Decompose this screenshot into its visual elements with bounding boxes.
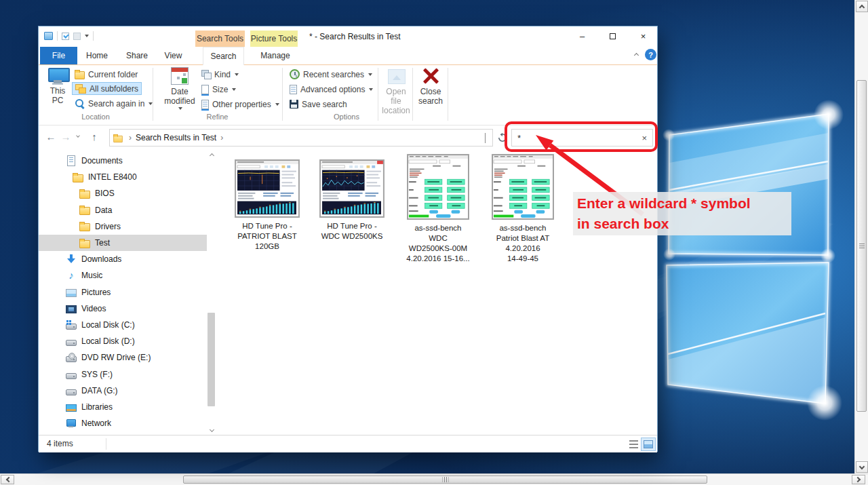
- sidebar-item-data-g[interactable]: DATA (G:): [39, 383, 207, 399]
- sidebar-item-videos[interactable]: Videos: [39, 300, 207, 317]
- scroll-right-button[interactable]: [852, 475, 865, 484]
- details-view-button[interactable]: [626, 438, 641, 451]
- sidebar-item-bios[interactable]: BIOS: [39, 185, 207, 201]
- folder-icon: [75, 71, 85, 79]
- sidebar-item-downloads[interactable]: Downloads: [39, 251, 207, 267]
- tab-share[interactable]: Share: [123, 47, 151, 64]
- network-icon: [66, 418, 77, 429]
- open-file-location-button[interactable]: Open file location: [380, 67, 412, 115]
- desktop: Search Tools Picture Tools * - Search Re…: [0, 0, 868, 485]
- tab-label: Home: [86, 51, 108, 60]
- scroll-down-button[interactable]: [207, 425, 216, 435]
- divider: [412, 68, 413, 121]
- sidebar-item-dvd-drive-e[interactable]: DVD RW Drive (E:): [39, 349, 207, 366]
- viewer-vertical-scrollbar[interactable]: [854, 0, 868, 473]
- sidebar-item-drivers[interactable]: Drivers: [39, 218, 207, 235]
- vertical-scroll-thumb[interactable]: [856, 80, 867, 412]
- new-folder-icon[interactable]: [73, 33, 81, 40]
- help-button[interactable]: ?: [645, 49, 656, 60]
- horizontal-scroll-thumb[interactable]: [183, 476, 707, 484]
- scroll-left-button[interactable]: [1, 475, 14, 484]
- scroll-up-button[interactable]: [207, 150, 216, 159]
- advanced-options-button[interactable]: Advanced options: [287, 83, 376, 96]
- explorer-window-icon: [44, 32, 53, 40]
- tab-manage[interactable]: Manage: [253, 47, 298, 64]
- file-item[interactable]: HD Tune Pro - WDC WD2500KS: [312, 154, 392, 241]
- breadcrumb-path[interactable]: Search Results in Test: [136, 133, 216, 142]
- tab-file[interactable]: File: [40, 47, 77, 64]
- dropdown-arrow-icon: [178, 107, 182, 110]
- size-label: Size: [212, 85, 228, 94]
- breadcrumb[interactable]: › Search Results in Test ›: [109, 129, 493, 147]
- open-file-location-icon: [386, 67, 406, 85]
- group-label-refine: Refine: [153, 113, 282, 123]
- close-search-button[interactable]: Close search: [415, 67, 446, 106]
- file-thumbnail: [492, 154, 554, 220]
- close-icon: ×: [641, 31, 646, 41]
- file-item[interactable]: HD Tune Pro - PATRIOT BLAST 120GB: [227, 154, 307, 252]
- current-folder-button[interactable]: Current folder: [72, 68, 140, 81]
- recent-searches-button[interactable]: Recent searches: [287, 68, 375, 81]
- save-search-button[interactable]: Save search: [287, 98, 350, 111]
- tab-search[interactable]: Search: [203, 47, 244, 65]
- folder-icon: [79, 191, 90, 199]
- sidebar-item-local-disk-c[interactable]: Local Disk (C:): [39, 317, 207, 333]
- sidebar-item-pictures[interactable]: Pictures: [39, 284, 207, 300]
- sidebar-item-network[interactable]: Network: [39, 415, 207, 431]
- date-modified-button[interactable]: Date modified: [162, 67, 197, 110]
- sidebar-item-music[interactable]: Music: [39, 267, 207, 284]
- scroll-up-button[interactable]: [856, 1, 868, 12]
- title-bar[interactable]: Search Tools Picture Tools * - Search Re…: [39, 26, 657, 47]
- tree-scroll-thumb[interactable]: [208, 313, 215, 406]
- kind-button[interactable]: Kind: [199, 68, 241, 81]
- tab-home[interactable]: Home: [81, 47, 113, 64]
- all-subfolders-button[interactable]: All subfolders: [72, 82, 142, 95]
- up-button[interactable]: ↑: [86, 128, 102, 145]
- size-button[interactable]: Size: [199, 83, 239, 96]
- list-view-icon: [629, 440, 638, 448]
- maximize-button[interactable]: [597, 26, 628, 46]
- drive-icon: [66, 340, 77, 346]
- tab-label: Share: [126, 51, 148, 60]
- scroll-down-button[interactable]: [856, 461, 868, 473]
- file-item[interactable]: as-ssd-bench WDC WD2500KS-00M 4.20.2016 …: [398, 154, 478, 264]
- tree-scrollbar[interactable]: [207, 150, 216, 435]
- close-button[interactable]: ×: [628, 26, 658, 46]
- maximize-icon: [610, 33, 616, 39]
- chevron-down-icon: [209, 427, 214, 431]
- folder-icon: [79, 240, 90, 248]
- contextual-tab-search-tools: Search Tools: [195, 31, 245, 47]
- tab-label: Manage: [260, 51, 290, 60]
- viewer-horizontal-scrollbar[interactable]: [0, 473, 868, 485]
- sidebar-item-documents[interactable]: Documents: [39, 153, 207, 169]
- breadcrumb-separator: ›: [220, 133, 223, 142]
- other-properties-button[interactable]: Other properties: [199, 98, 282, 111]
- sidebar-item-label: Network: [81, 419, 111, 428]
- address-dropdown-button[interactable]: [481, 133, 490, 142]
- properties-icon[interactable]: [62, 33, 69, 40]
- sidebar-item-label: Local Disk (C:): [81, 320, 135, 330]
- sidebar-item-sys-f[interactable]: SYS (F:): [39, 366, 207, 382]
- thumbnail-view-button[interactable]: [641, 438, 656, 451]
- minimize-button[interactable]: –: [567, 26, 597, 46]
- tab-view[interactable]: View: [159, 47, 187, 64]
- file-thumbnail: [407, 154, 469, 220]
- sidebar-item-libraries[interactable]: Libraries: [39, 399, 207, 415]
- sidebar-item-data[interactable]: Data: [39, 202, 207, 218]
- this-pc-button[interactable]: This PC: [44, 68, 71, 105]
- sidebar-item-intel-e8400[interactable]: INTEL E8400: [39, 169, 207, 185]
- sidebar-item-test[interactable]: Test: [39, 235, 207, 251]
- back-button[interactable]: ←: [43, 128, 59, 145]
- navigation-pane: Documents INTEL E8400 BIOS Data Drivers …: [39, 149, 207, 435]
- libraries-icon: [66, 404, 77, 412]
- sidebar-item-label: DVD RW Drive (E:): [81, 353, 151, 362]
- annotation-line-1: Enter a wildcard * symbol: [577, 193, 787, 214]
- recent-locations-button[interactable]: [73, 128, 83, 145]
- file-item[interactable]: as-ssd-bench Patriot Blast AT 4.20.2016 …: [483, 154, 563, 264]
- customize-toolbar-icon[interactable]: [85, 35, 89, 37]
- search-again-in-button[interactable]: Search again in: [72, 97, 155, 110]
- collapse-ribbon-button[interactable]: [630, 50, 642, 59]
- sidebar-item-local-disk-d[interactable]: Local Disk (D:): [39, 333, 207, 349]
- forward-button[interactable]: →: [58, 128, 74, 145]
- annotation-line-2: in search box: [577, 214, 787, 234]
